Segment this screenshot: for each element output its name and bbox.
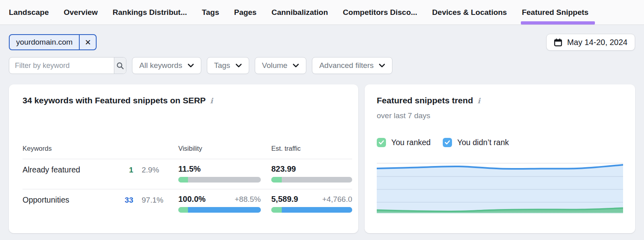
visibility-metric: 11.5% <box>178 164 261 183</box>
progress-blue-segment <box>282 207 352 213</box>
snippets-card: 34 keywords with Featured snippets on SE… <box>9 84 358 233</box>
check-icon <box>379 140 384 145</box>
keyword-filter-input[interactable] <box>9 57 114 74</box>
filter-bar: All keywordsTagsVolumeAdvanced filters <box>9 57 635 74</box>
domain-chip[interactable]: yourdomain.com ✕ <box>9 34 97 50</box>
search-button[interactable] <box>114 57 126 74</box>
traffic-metric: 823.99 <box>271 164 352 183</box>
metric-value: 100.0% <box>178 195 206 204</box>
progress-green-segment <box>178 207 188 213</box>
dropdown-label: Advanced filters <box>319 61 374 70</box>
metric-value: 823.99 <box>271 164 296 174</box>
metric-delta: +88.5% <box>235 195 261 204</box>
metric-value: 5,589.9 <box>271 195 298 204</box>
chevron-down-icon <box>188 64 194 68</box>
row-label: Already featured <box>23 164 113 174</box>
trend-subtitle: over last 7 days <box>377 111 623 120</box>
dropdown-label: All keywords <box>139 61 182 70</box>
table-row-opportunities: Opportunities 33 97.1% 100.0% +88.5% <box>23 189 352 219</box>
domain-chip-label: yourdomain.com <box>10 35 79 49</box>
dropdown-label: Volume <box>262 61 287 70</box>
trend-card: Featured snippets trend i over last 7 da… <box>365 84 635 233</box>
tab-pages[interactable]: Pages <box>234 0 256 25</box>
tab-featured-snippets[interactable]: Featured Snippets <box>522 0 588 25</box>
tab-devices-locations[interactable]: Devices & Locations <box>432 0 507 25</box>
progress-green-segment <box>178 177 188 183</box>
dropdown-volume[interactable]: Volume <box>255 57 306 74</box>
info-icon[interactable]: i <box>210 96 213 105</box>
progress-bar <box>271 207 352 213</box>
dropdown-label: Tags <box>214 61 230 70</box>
trend-legend: You ranked You didn’t rank <box>377 138 623 147</box>
check-icon <box>445 140 450 145</box>
legend-label: You didn’t rank <box>457 138 509 147</box>
snippets-card-title: 34 keywords with Featured snippets on SE… <box>23 96 206 105</box>
legend-item-you-didnt-rank[interactable]: You didn’t rank <box>443 138 509 147</box>
table-header: Keywords Visibility Est. traffic <box>23 145 352 159</box>
column-header-visibility: Visibility <box>178 145 261 152</box>
progress-blue-segment <box>188 207 261 213</box>
chevron-down-icon <box>235 64 242 68</box>
metric-value: 11.5% <box>178 164 201 174</box>
visibility-metric: 100.0% +88.5% <box>178 195 261 213</box>
info-icon[interactable]: i <box>477 96 480 105</box>
search-icon <box>116 62 124 70</box>
progress-green-segment <box>271 177 282 183</box>
progress-green-segment <box>271 207 282 213</box>
tab-cannibalization[interactable]: Cannibalization <box>271 0 328 25</box>
column-header-est-traffic: Est. traffic <box>271 145 352 152</box>
legend-label: You ranked <box>391 138 431 147</box>
checkbox-you-didnt-rank[interactable] <box>443 138 452 147</box>
progress-bar <box>178 177 261 183</box>
progress-bar <box>178 207 261 213</box>
date-range-picker[interactable]: May 14-20, 2024 <box>546 34 635 51</box>
tab-rankings-distribut[interactable]: Rankings Distribut... <box>113 0 187 25</box>
legend-item-you-ranked[interactable]: You ranked <box>377 138 431 147</box>
row-share: 97.1% <box>133 195 178 205</box>
tab-landscape[interactable]: Landscape <box>9 0 49 25</box>
column-header-keywords: Keywords <box>23 145 178 152</box>
close-icon: ✕ <box>85 38 91 47</box>
chevron-down-icon <box>293 64 299 68</box>
keyword-filter <box>9 57 126 74</box>
tab-tags[interactable]: Tags <box>202 0 219 25</box>
metric-delta: +4,766.0 <box>322 195 353 204</box>
trend-card-title: Featured snippets trend <box>377 96 473 105</box>
trend-chart <box>377 162 623 213</box>
row-count: 33 <box>113 195 133 205</box>
row-share: 2.9% <box>133 164 178 174</box>
progress-bar <box>271 177 352 183</box>
tab-overview[interactable]: Overview <box>64 0 98 25</box>
date-range-label: May 14-20, 2024 <box>567 38 627 47</box>
chip-close-button[interactable]: ✕ <box>79 35 96 49</box>
dropdown-tags[interactable]: Tags <box>207 57 249 74</box>
dropdown-all-keywords[interactable]: All keywords <box>132 57 201 74</box>
dropdown-advanced-filters[interactable]: Advanced filters <box>312 57 392 74</box>
tab-competitors-disco[interactable]: Competitors Disco... <box>343 0 417 25</box>
row-count: 1 <box>113 164 133 174</box>
chevron-down-icon <box>379 64 385 68</box>
top-nav: LandscapeOverviewRankings Distribut...Ta… <box>0 0 644 25</box>
checkbox-you-ranked[interactable] <box>377 138 386 147</box>
table-row-already-featured: Already featured 1 2.9% 11.5% <box>23 159 352 189</box>
traffic-metric: 5,589.9 +4,766.0 <box>271 195 352 213</box>
row-label: Opportunities <box>23 195 113 205</box>
calendar-icon <box>554 38 562 47</box>
trend-line-blue <box>377 165 623 169</box>
